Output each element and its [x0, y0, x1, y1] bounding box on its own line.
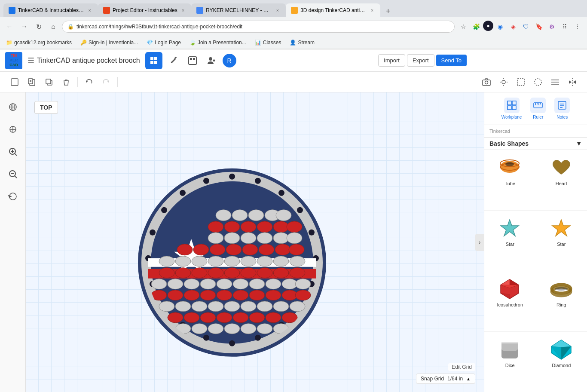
reload-button[interactable]: ↻ — [33, 21, 45, 33]
light-button[interactable] — [496, 74, 511, 90]
rect-select-button[interactable] — [513, 74, 529, 90]
export-button[interactable]: Export — [407, 54, 434, 67]
svg-point-78 — [248, 210, 264, 221]
bookmark-1[interactable]: 📁 gcasdk12.org bookmarks — [3, 39, 74, 46]
mirror-button[interactable] — [565, 74, 580, 90]
shape-heart[interactable]: Heart — [536, 150, 587, 211]
shape-dice[interactable]: Dice — [484, 332, 536, 392]
chrome-ext-5[interactable]: 🔖 — [533, 21, 545, 33]
circle-select-button[interactable] — [530, 74, 546, 90]
camera-button[interactable] — [479, 74, 494, 90]
svg-point-73 — [180, 190, 186, 196]
bookmark-5[interactable]: 📊 Classes — [252, 39, 284, 46]
view-label: TOP — [34, 101, 58, 114]
import-button[interactable]: Import — [378, 54, 405, 67]
svg-point-125 — [217, 279, 232, 289]
shape-tube[interactable]: Tube — [484, 150, 536, 211]
svg-point-86 — [287, 221, 302, 233]
shapes-dropdown[interactable]: Basic Shapes ▼ — [484, 138, 587, 150]
chrome-menu[interactable]: ⋮ — [572, 21, 584, 33]
svg-point-109 — [273, 256, 289, 266]
tab-2[interactable]: Project Editor - Instructables × — [98, 3, 191, 17]
bookmark-5-icon: 📊 — [255, 40, 261, 46]
zoom-out-button[interactable] — [3, 165, 22, 184]
chrome-ext-2[interactable]: ◉ — [494, 21, 506, 33]
shape-ring[interactable]: Ring — [536, 271, 587, 332]
paste-button[interactable] — [24, 74, 40, 90]
address-bar[interactable]: 🔒 tinkercad.com/things/hwR0Stbuw1t-tinke… — [62, 21, 455, 33]
content-area: TOP — [0, 92, 587, 392]
tab-1-close[interactable]: × — [87, 7, 93, 14]
grid-view-button[interactable] — [145, 52, 162, 69]
chrome-ext-1[interactable]: ● — [483, 21, 493, 31]
forward-button[interactable]: → — [18, 21, 30, 33]
tab-3-close[interactable]: × — [275, 7, 281, 14]
tab-4-close[interactable]: × — [369, 7, 375, 14]
home-button[interactable]: ⌂ — [47, 21, 59, 33]
fit-view-button[interactable] — [3, 120, 22, 139]
brooch-design[interactable] — [125, 159, 339, 367]
tab-3[interactable]: RYKER MCELHINNEY - Photo Do... × — [191, 3, 286, 17]
panel-toggle[interactable]: › — [475, 234, 484, 251]
bookmark-4[interactable]: 🍃 Join a Presentation... — [187, 39, 249, 46]
align-icon — [550, 77, 560, 87]
build-mode-button[interactable] — [166, 53, 181, 68]
tab-4-title: 3D design TinkerCAD antique po... — [300, 7, 367, 13]
send-to-button[interactable]: Send To — [436, 55, 467, 66]
copy-button[interactable] — [41, 74, 57, 90]
delete-button[interactable] — [58, 74, 74, 90]
redo-button[interactable] — [98, 74, 114, 90]
redo-icon — [102, 78, 110, 86]
canvas-area[interactable]: TOP — [26, 92, 484, 392]
user-avatar[interactable]: R — [223, 54, 236, 67]
svg-point-57 — [278, 190, 284, 196]
shape-star-hollow[interactable]: Star — [484, 211, 536, 271]
align-button[interactable] — [547, 74, 563, 90]
dice-shape-icon — [497, 339, 523, 360]
new-tab-button[interactable]: + — [382, 5, 394, 17]
extension-icon[interactable]: 🧩 — [470, 21, 482, 33]
tab-1[interactable]: TinkerCAD & Instructables Jewe... × — [3, 3, 98, 17]
tinkercad-source: Tinkercad — [489, 129, 510, 134]
undo-button[interactable] — [81, 74, 97, 90]
chrome-ext-7[interactable]: ⠿ — [559, 21, 571, 33]
tab-2-close[interactable]: × — [180, 7, 186, 14]
ring-shape-icon — [548, 278, 574, 300]
add-user-button[interactable] — [204, 53, 219, 68]
snap-grid-dropdown[interactable]: ▲ — [466, 377, 471, 381]
svg-point-138 — [266, 290, 281, 300]
chrome-ext-4[interactable]: 🛡 — [520, 21, 532, 33]
zoom-in-button[interactable] — [3, 142, 22, 161]
ruler-tab[interactable]: Ruler — [530, 98, 546, 119]
shape-star-solid[interactable]: Star — [536, 211, 587, 271]
svg-point-104 — [192, 256, 207, 266]
svg-point-55 — [229, 174, 235, 180]
tab-2-title: Project Editor - Instructables — [113, 7, 177, 13]
chrome-ext-6[interactable]: ⚙ — [546, 21, 558, 33]
shape-icosahedron[interactable]: Icosahedron — [484, 271, 536, 332]
svg-point-121 — [151, 279, 167, 289]
edit-grid-info[interactable]: Edit Grid — [448, 363, 475, 371]
back-button[interactable]: ← — [3, 21, 15, 33]
svg-rect-18 — [46, 79, 51, 84]
shape-diamond[interactable]: Diamond — [536, 332, 587, 392]
bookmark-2[interactable]: 🔑 Sign-in | Inventionla... — [78, 39, 141, 46]
tab-3-favicon — [196, 7, 203, 14]
new-button[interactable] — [7, 74, 22, 90]
bookmark-3[interactable]: 💎 Login Page — [144, 39, 183, 46]
star-icon[interactable]: ☆ — [457, 21, 469, 33]
bookmark-6[interactable]: 👤 Stream — [287, 39, 317, 46]
home-view-button[interactable] — [3, 98, 22, 116]
tab-4[interactable]: 3D design TinkerCAD antique po... × — [286, 3, 380, 17]
svg-point-151 — [184, 312, 199, 323]
rotate-view-button[interactable] — [3, 187, 22, 206]
svg-point-65 — [229, 340, 235, 346]
gallery-button[interactable] — [185, 53, 200, 68]
workplane-tab[interactable]: Workplane — [501, 98, 522, 119]
hamburger-icon[interactable]: ☰ — [28, 56, 34, 65]
notes-tab[interactable]: Notes — [554, 98, 570, 119]
tab-4-favicon — [291, 7, 298, 14]
rect-select-icon — [516, 77, 526, 87]
chrome-ext-3[interactable]: ◈ — [507, 21, 519, 33]
separator-1 — [77, 77, 78, 87]
